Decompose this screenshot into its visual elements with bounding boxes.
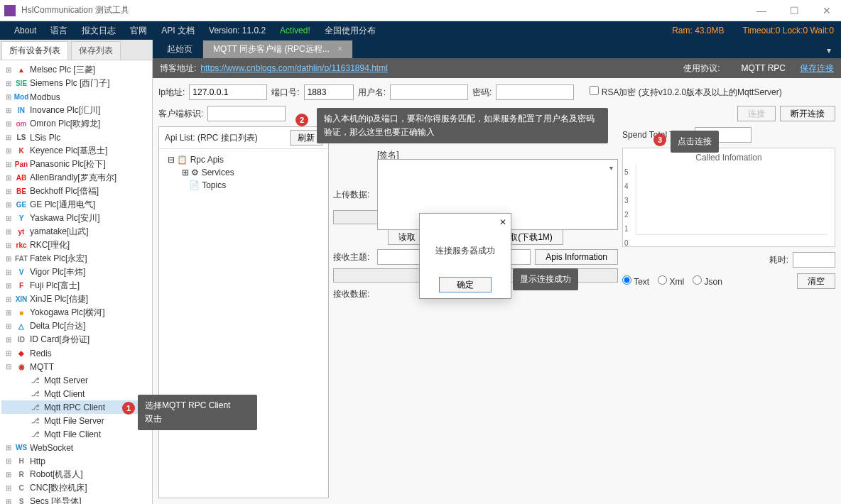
cost-value xyxy=(793,252,835,268)
client-id-input[interactable] xyxy=(207,106,286,121)
tree-node[interactable]: ⊞LSLSis Plc xyxy=(1,131,151,144)
titlebar: HslCommunication 测试工具 — ☐ ✕ xyxy=(0,0,841,21)
tree-node[interactable]: ⊞WSWebSocket xyxy=(1,441,151,454)
clear-button[interactable]: 清空 xyxy=(797,273,835,289)
api-services-node[interactable]: ⊞ ⚙ Services xyxy=(165,166,322,179)
tree-node[interactable]: ⊞YYaskawa Plc[安川] xyxy=(1,212,151,225)
cost-label: 耗时: xyxy=(769,254,788,266)
tree-node[interactable]: ⊞BEBeckhoff Plc[倍福] xyxy=(1,185,151,198)
minimize-button[interactable]: — xyxy=(752,5,771,16)
status-timeout: Timeout:0 Lock:0 Wait:0 xyxy=(729,26,835,35)
chart-yaxis: 543210 xyxy=(624,165,629,251)
device-tree[interactable]: ⊞▲Melsec Plc [三菱]⊞SIESiemens Plc [西门子]⊞M… xyxy=(0,60,152,504)
menu-about[interactable]: About xyxy=(7,26,43,35)
tree-node[interactable]: ⊞■Yokogawa Plc[横河] xyxy=(1,306,151,319)
pwd-input[interactable] xyxy=(496,84,574,100)
blog-link[interactable]: https://www.cnblogs.com/dathlin/p/116318… xyxy=(200,63,387,73)
app-icon xyxy=(4,5,16,16)
ip-input[interactable] xyxy=(189,84,267,100)
tree-child-node[interactable]: ⎇Mqtt File Server xyxy=(1,414,151,427)
menu-apidoc[interactable]: API 文档 xyxy=(154,25,202,37)
menu-guanwang[interactable]: 官网 xyxy=(123,25,154,37)
callout-3-text: 点击连接 xyxy=(671,131,719,153)
tab-mqtt-label: MQTT 同步客户端 (RPC远程... xyxy=(213,44,330,54)
tab-start[interactable]: 起始页 xyxy=(157,40,203,58)
ip-label: Ip地址: xyxy=(158,87,185,99)
rsa-checkbox[interactable] xyxy=(590,86,599,95)
tree-node[interactable]: ⊞▲Melsec Plc [三菱] xyxy=(1,63,151,77)
callout-4-text: 显示连接成功 xyxy=(513,268,578,290)
recv-data-label: 接收数据: xyxy=(333,288,373,300)
dialog-close-icon[interactable]: ✕ xyxy=(499,217,506,227)
tree-node[interactable]: ⊞omOmron Plc[欧姆龙] xyxy=(1,117,151,131)
radio-text[interactable]: Text xyxy=(622,275,649,287)
tree-node[interactable]: ⊞KKeyence Plc[基恩士] xyxy=(1,144,151,158)
tree-node[interactable]: ⊞ModModbus xyxy=(1,90,151,104)
left-tabstrip: 所有设备列表 保存列表 xyxy=(0,40,152,60)
message-dialog: ✕ 连接服务器成功 确定 xyxy=(419,213,511,299)
blog-bar: 博客地址: https://www.cnblogs.com/dathlin/p/… xyxy=(153,58,841,78)
center-column: 主题: Called Count: [签名] [注释] 上传数据: ▾ xyxy=(333,126,618,498)
tree-node[interactable]: ⊞ytyamatake[山武] xyxy=(1,225,151,239)
chart-title: Called Infomation xyxy=(627,153,830,163)
tree-node[interactable]: ⊞SIESiemens Plc [西门子] xyxy=(1,77,151,90)
tree-node[interactable]: ⊞VVigor Plc[丰炜] xyxy=(1,265,151,279)
proto-label: 使用协议: xyxy=(683,62,720,75)
tree-node[interactable]: ⊞ABAllenBrandly[罗克韦尔] xyxy=(1,171,151,185)
tree-node[interactable]: ⊞PanPanasonic Plc[松下] xyxy=(1,158,151,171)
tree-child-node[interactable]: ⎇Mqtt Server xyxy=(1,373,151,387)
recv-topic-label: 接收主题: xyxy=(333,251,373,263)
tree-node[interactable]: ⊞rkcRKC[理化] xyxy=(1,239,151,252)
radio-xml[interactable]: Xml xyxy=(658,275,684,287)
proto-value: MQTT RPC xyxy=(742,63,786,73)
tree-node[interactable]: ⊞△Delta Plc[台达] xyxy=(1,319,151,333)
tab-mqtt-rpc[interactable]: MQTT 同步客户端 (RPC远程... × xyxy=(203,40,353,58)
tree-node[interactable]: ⊞GEGE Plc[通用电气] xyxy=(1,198,151,212)
menu-baowen[interactable]: 报文日志 xyxy=(75,25,123,37)
tree-node[interactable]: ⊞FATFatek Plc[永宏] xyxy=(1,252,151,265)
tree-node[interactable]: ⊞◆Redis xyxy=(1,346,151,360)
rsa-checkbox-label[interactable]: RSA加密 (支持v10.2.0版本及以上的MqttServer) xyxy=(590,86,781,99)
api-topics-node[interactable]: 📄 Topics xyxy=(165,179,322,192)
tree-node[interactable]: ⊞FFuji Plc[富士] xyxy=(1,279,151,292)
tree-node[interactable]: ⊞INInovance Plc[汇川] xyxy=(1,104,151,117)
upload-data-label: 上传数据: xyxy=(333,189,373,201)
tree-node[interactable]: ⊞SSecs [半导体] xyxy=(1,495,151,504)
tree-node[interactable]: ⊞IDID Card[身份证] xyxy=(1,333,151,346)
tab-all-devices[interactable]: 所有设备列表 xyxy=(1,41,68,60)
save-connection-link[interactable]: 保存连接 xyxy=(800,62,834,75)
tab-menu-dropdown[interactable]: ▾ xyxy=(821,43,837,58)
tree-node[interactable]: ⊞CCNC[数控机床] xyxy=(1,481,151,495)
rsa-text: RSA加密 (支持v10.2.0版本及以上的MqttServer) xyxy=(602,87,782,97)
callout-1-text: 选择MQTT RPC Client双击 xyxy=(138,395,257,430)
callout-2-badge: 2 xyxy=(295,114,308,126)
dialog-message: 连接服务器成功 xyxy=(420,231,511,271)
apis-info-button[interactable]: Apis Information xyxy=(535,249,618,265)
content-tabbar: 起始页 MQTT 同步客户端 (RPC远程... × ▾ xyxy=(153,40,841,58)
dropdown-icon[interactable]: ▾ xyxy=(609,164,613,172)
blog-label: 博客地址: xyxy=(160,62,196,75)
port-input[interactable] xyxy=(304,84,354,100)
api-root-node[interactable]: ⊟ 📋 Rpc Apis xyxy=(165,153,322,166)
menu-lang[interactable]: 语言 xyxy=(43,25,75,37)
api-tree[interactable]: ⊟ 📋 Rpc Apis ⊞ ⚙ Services 📄 Topics xyxy=(159,149,328,498)
client-id-label: 客户端标识: xyxy=(158,108,203,120)
tab-saved-list[interactable]: 保存列表 xyxy=(71,41,121,60)
tree-node[interactable]: ⊞RRobot[机器人] xyxy=(1,468,151,481)
connect-button[interactable]: 连接 xyxy=(737,106,776,121)
tree-child-node[interactable]: ⎇Mqtt File Client xyxy=(1,427,151,441)
window-title: HslCommunication 测试工具 xyxy=(21,4,129,16)
tab-close-icon[interactable]: × xyxy=(337,44,342,54)
close-button[interactable]: ✕ xyxy=(817,5,837,16)
tree-child-node[interactable]: ⎇Mqtt Client xyxy=(1,387,151,400)
dialog-ok-button[interactable]: 确定 xyxy=(439,277,492,292)
menu-quanguo[interactable]: 全国使用分布 xyxy=(318,25,383,37)
status-ram: Ram: 43.0MB xyxy=(668,26,728,35)
maximize-button[interactable]: ☐ xyxy=(784,5,804,16)
disconnect-button[interactable]: 断开连接 xyxy=(780,106,835,121)
user-input[interactable] xyxy=(390,84,468,100)
tree-node[interactable]: ⊞XINXinJE Plc[信捷] xyxy=(1,292,151,306)
tree-node[interactable]: ⊞HHttp xyxy=(1,454,151,468)
radio-json[interactable]: Json xyxy=(693,275,722,287)
tree-node[interactable]: ⊟◉MQTT xyxy=(1,360,151,373)
